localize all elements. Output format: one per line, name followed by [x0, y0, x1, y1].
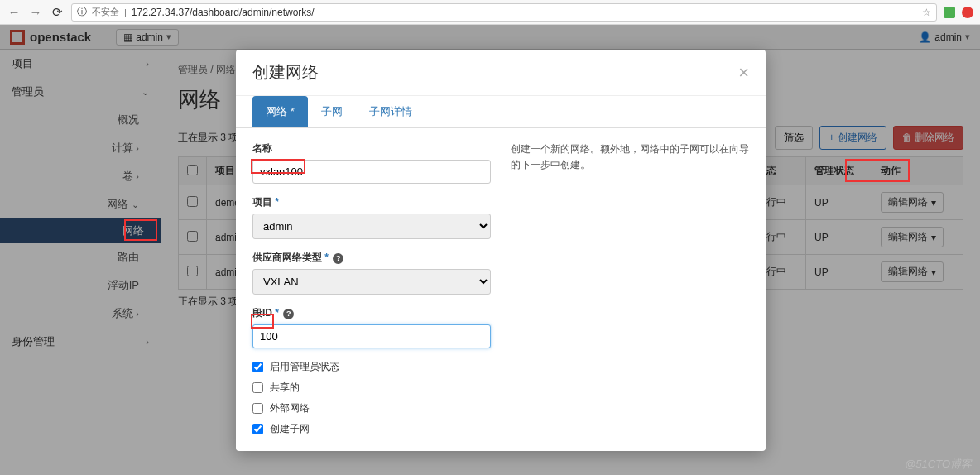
segment-id-input[interactable] [252, 324, 491, 348]
help-icon[interactable]: ? [333, 253, 343, 264]
name-label: 名称 [252, 142, 491, 156]
external-label: 外部网络 [270, 401, 310, 415]
create-subnet-label: 创建子网 [270, 422, 310, 436]
shared-checkbox[interactable] [252, 382, 263, 393]
segment-id-label: 段ID * ? [252, 306, 491, 320]
url-text: 172.27.34.37/dashboard/admin/networks/ [132, 7, 917, 18]
extension-icon[interactable] [944, 7, 955, 18]
insecure-label: 不安全 [92, 6, 119, 18]
watermark: @51CTO博客 [905, 457, 972, 472]
project-label: 项目 * [252, 195, 491, 209]
address-bar[interactable]: ⓘ 不安全 | 172.27.34.37/dashboard/admin/net… [71, 3, 937, 22]
create-subnet-checkbox[interactable] [252, 424, 263, 434]
nav-forward-icon: → [28, 5, 43, 19]
create-network-modal: 创建网络 × 网络 * 子网 子网详情 名称 项目 * admin 供应商网络类… [236, 50, 766, 451]
shared-label: 共享的 [270, 381, 300, 395]
provider-type-label: 供应商网络类型 * ? [252, 251, 491, 265]
external-checkbox[interactable] [252, 403, 263, 414]
close-icon[interactable]: × [738, 62, 749, 84]
info-icon: ⓘ [77, 5, 87, 19]
extension-icon[interactable] [962, 7, 973, 18]
project-select[interactable]: admin [252, 214, 491, 239]
nav-reload-icon[interactable]: ⟳ [50, 5, 65, 20]
tab-network[interactable]: 网络 * [252, 96, 308, 127]
nav-back-icon[interactable]: ← [7, 5, 22, 19]
enable-admin-checkbox[interactable] [252, 362, 263, 372]
name-input[interactable] [252, 160, 491, 184]
modal-tabs: 网络 * 子网 子网详情 [236, 96, 766, 128]
bookmark-star-icon[interactable]: ☆ [922, 7, 931, 18]
help-icon[interactable]: ? [283, 309, 294, 319]
browser-toolbar: ← → ⟳ ⓘ 不安全 | 172.27.34.37/dashboard/adm… [0, 0, 980, 25]
enable-admin-label: 启用管理员状态 [270, 360, 339, 374]
tab-subnet-detail[interactable]: 子网详情 [356, 96, 425, 127]
provider-type-select[interactable]: VXLAN [252, 269, 491, 295]
tab-subnet[interactable]: 子网 [308, 96, 356, 127]
modal-help-text: 创建一个新的网络。额外地，网络中的子网可以在向导的下一步中创建。 [511, 142, 749, 443]
modal-title: 创建网络 [252, 61, 319, 84]
